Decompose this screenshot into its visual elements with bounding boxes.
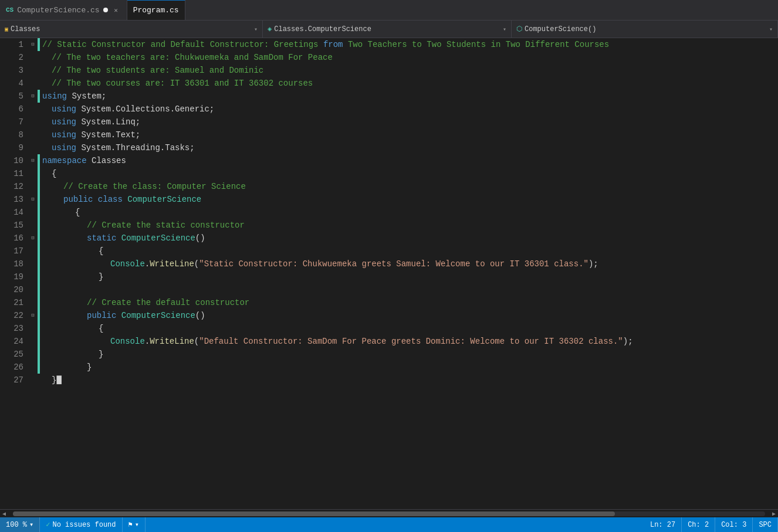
nav-method-label: ComputerScience() [525,25,596,33]
line-27-content: }█ [40,374,62,387]
line-num-24: 24 [5,335,23,348]
collapse-16[interactable]: ⊟ [28,232,38,245]
line-num-13: 13 [5,193,23,206]
code-line-2: // The two teachers are: Chukwuemeka and… [28,51,778,64]
code-line-4: // The two courses are: IT 36301 and IT … [28,77,778,90]
line-20-content [40,283,47,296]
status-left: 100 % ▾ ✓ No issues found ⚑ ▾ [0,517,146,532]
nav-classes[interactable]: ▣ Classes ▾ [0,21,263,38]
line-18-content: Console.WriteLine("Static Constructor: C… [40,257,598,270]
nav-arrow-2: ▾ [503,26,506,33]
line-12-content: // Create the class: Computer Science [40,180,246,193]
nav-arrow-1: ▾ [254,26,258,33]
collapse-5[interactable]: ⊟ [28,90,38,103]
code-line-14: { [28,206,778,219]
line-16-content: static ComputerScience() [40,232,205,245]
code-line-22: ⊟ public ComputerScience() [28,309,778,322]
line-num-14: 14 [5,206,23,219]
code-line-19: } [28,270,778,283]
nav-classes-computersciece[interactable]: ◈ Classes.ComputerScience ▾ [263,21,512,38]
git-icon: ⚑ [128,520,133,529]
collapse-10[interactable]: ⊟ [28,154,38,167]
nav-arrow-3: ▾ [769,26,773,33]
line-13-content: public class ComputerScience [40,193,201,206]
line-num-15: 15 [5,219,23,232]
line-num-17: 17 [5,245,23,257]
tab-cs-icon: CS [6,6,13,13]
status-git[interactable]: ⚑ ▾ [123,517,146,532]
status-ln: Ln: 27 [644,517,682,532]
status-enc: SPC [753,517,778,532]
code-line-23: { [28,322,778,335]
scroll-left-arrow[interactable]: ◀ [0,510,8,517]
line-num-19: 19 [5,270,23,283]
line-6-content: using System.Collections.Generic; [40,103,214,116]
status-issues[interactable]: ✓ No issues found [40,517,122,532]
code-line-3: // The two students are: Samuel and Domi… [28,64,778,77]
line-5-content: using System; [40,90,106,103]
line-num-18: 18 [5,257,23,270]
line-num-12: 12 [5,180,23,193]
scrollbar-thumb[interactable] [13,511,615,516]
status-ch: Ch: 2 [682,517,715,532]
issues-text: No issues found [52,521,116,529]
code-line-18: Console.WriteLine("Static Constructor: C… [28,257,778,270]
line-21-content: // Create the default constructor [40,296,249,309]
line-num-23: 23 [5,322,23,335]
line-num-26: 26 [5,361,23,374]
status-col: Col: 3 [715,517,753,532]
line-15-content: // Create the static constructor [40,219,245,232]
collapse-22[interactable]: ⊟ [28,309,38,322]
nav-cs-icon: ◈ [268,25,272,33]
enc-label: SPC [759,521,772,529]
line-8-content: using System.Text; [40,128,140,141]
line-num-22: 22 [5,309,23,322]
nav-classes-label: Classes [11,25,40,33]
line-num-25: 25 [5,348,23,361]
code-line-21: // Create the default constructor [28,296,778,309]
line-num-3: 3 [5,64,23,77]
tab-close-button[interactable]: ✕ [111,5,121,15]
code-line-16: ⊟ static ComputerScience() [28,232,778,245]
tab-computersciencecs[interactable]: CS ComputerScience.cs ✕ [0,0,127,20]
status-zoom[interactable]: 100 % ▾ [0,517,40,532]
code-line-20 [28,283,778,296]
code-line-27: }█ [28,374,778,387]
nav-classes-icon: ▣ [5,26,8,33]
line-num-11: 11 [5,167,23,180]
line-2-content: // The two teachers are: Chukwuemeka and… [40,51,333,64]
git-dropdown-icon[interactable]: ▾ [135,520,139,529]
ln-label: Ln: 27 [650,521,675,529]
col-label: Col: 3 [721,521,746,529]
scrollbar-track[interactable] [13,511,765,516]
code-line-15: // Create the static constructor [28,219,778,232]
collapse-13[interactable]: ⊟ [28,193,38,206]
code-line-11: { [28,167,778,180]
tab-programcs[interactable]: Program.cs [127,0,185,20]
line-num-16: 16 [5,232,23,245]
scroll-right-arrow[interactable]: ▶ [770,510,778,517]
line-26-content: } [40,361,92,374]
line-25-content: } [40,348,103,361]
code-line-8: using System.Text; [28,128,778,141]
collapse-1[interactable]: ⊟ [28,38,38,51]
code-line-13: ⊟ public class ComputerScience [28,193,778,206]
line-num-10: 10 [5,154,23,167]
status-bar: 100 % ▾ ✓ No issues found ⚑ ▾ Ln: 27 Ch:… [0,517,778,532]
line-17-content: { [40,245,103,257]
horizontal-scrollbar[interactable]: ◀ ▶ [0,509,778,517]
code-editor[interactable]: ⊟ // Static Constructor and Default Cons… [28,38,778,509]
tab-dirty-indicator [103,8,108,12]
line-14-content: { [40,206,80,219]
nav-computerscienceconstructor[interactable]: ⬡ ComputerScience() ▾ [512,21,778,38]
zoom-dropdown-icon[interactable]: ▾ [29,520,33,529]
line-7-content: using System.Linq; [40,116,140,128]
line-22-content: public ComputerScience() [40,309,205,322]
code-line-1: ⊟ // Static Constructor and Default Cons… [28,38,778,51]
line-num-4: 4 [5,77,23,90]
code-lines: ⊟ // Static Constructor and Default Cons… [28,38,778,387]
line-numbers: 1 2 3 4 5 6 7 8 9 10 11 12 13 14 15 16 1… [0,38,28,509]
line-10-content: namespace Classes [40,154,126,167]
line-num-8: 8 [5,128,23,141]
line-num-21: 21 [5,296,23,309]
